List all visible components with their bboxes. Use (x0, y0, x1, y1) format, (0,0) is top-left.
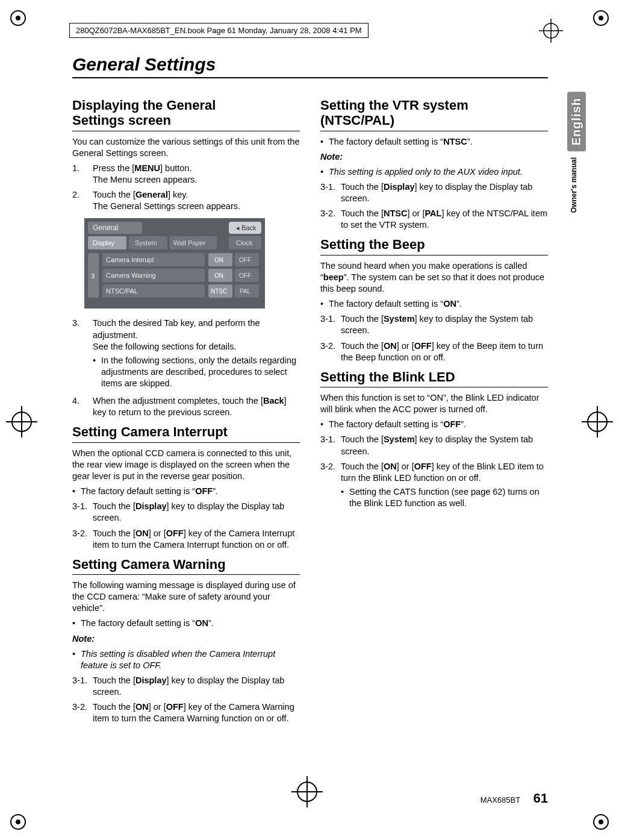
svg-text:PAL: PAL (240, 288, 251, 295)
svg-text:OFF: OFF (239, 257, 251, 263)
section-title-camera-interrupt: Setting Camera Interrupt (72, 424, 300, 439)
step-3: 3. Touch the desired Tab key, and perfor… (72, 318, 300, 392)
svg-point-5 (16, 820, 20, 824)
chapter-title: General Settings (72, 54, 548, 75)
reg-mark-icon (6, 810, 30, 834)
right-column: Setting the VTR system(NTSC/PAL) The fac… (320, 92, 548, 728)
step-4: 4. When the adjustment completes, touch … (72, 395, 300, 418)
svg-text:System: System (135, 239, 157, 246)
svg-point-1 (16, 16, 20, 20)
header-filestamp-text: 280QZ6072BA-MAX685BT_EN.book Page 61 Mon… (69, 23, 369, 38)
crosshair-icon (579, 404, 615, 440)
reg-mark-icon (589, 810, 613, 834)
svg-text:Display: Display (93, 239, 115, 246)
side-tab-owners: Owner's manual (567, 154, 580, 216)
svg-text:Wall Paper: Wall Paper (173, 239, 206, 246)
svg-text:ON: ON (214, 257, 223, 263)
page-footer: MAX685BT 61 (72, 791, 548, 806)
side-tab-language: English (567, 92, 586, 151)
svg-text:Camera Warning: Camera Warning (106, 272, 156, 279)
crosshair-icon (4, 404, 40, 440)
svg-text:NTSC: NTSC (211, 288, 227, 295)
left-column: Displaying the General Settings screen Y… (72, 92, 300, 728)
step-1: 1. Press the [MENU] button. The Menu scr… (72, 163, 300, 186)
section-title-camera-warning: Setting Camera Warning (72, 557, 300, 572)
section-title-displaying: Displaying the General Settings screen (72, 98, 300, 128)
svg-text:OFF: OFF (239, 272, 251, 279)
svg-point-3 (599, 16, 603, 20)
svg-point-7 (599, 820, 603, 824)
footer-page-number: 61 (533, 791, 548, 806)
footer-model: MAX685BT (481, 795, 520, 804)
sec1-intro: You can customize the various settings o… (72, 136, 300, 159)
general-settings-screenshot: General ◂ Back Display System Wall Paper… (84, 218, 265, 312)
step-2: 2. Touch the [General] key. The General … (72, 189, 300, 212)
ui-title: General (93, 224, 119, 232)
reg-mark-icon (589, 6, 613, 30)
section-title-vtr: Setting the VTR system(NTSC/PAL) (320, 98, 548, 128)
svg-text:ON: ON (214, 272, 223, 279)
svg-text:◂ Back: ◂ Back (236, 224, 257, 231)
section-title-blink-led: Setting the Blink LED (320, 369, 548, 384)
header-filestamp: 280QZ6072BA-MAX685BT_EN.book Page 61 Mon… (69, 23, 550, 38)
section-title-beep: Setting the Beep (320, 237, 548, 252)
svg-text:3: 3 (91, 272, 95, 280)
svg-text:Camera Interupt: Camera Interupt (106, 256, 154, 263)
reg-mark-icon (6, 6, 30, 30)
svg-text:Clock: Clock (236, 239, 253, 246)
svg-text:NTSC/PAL: NTSC/PAL (106, 287, 138, 295)
